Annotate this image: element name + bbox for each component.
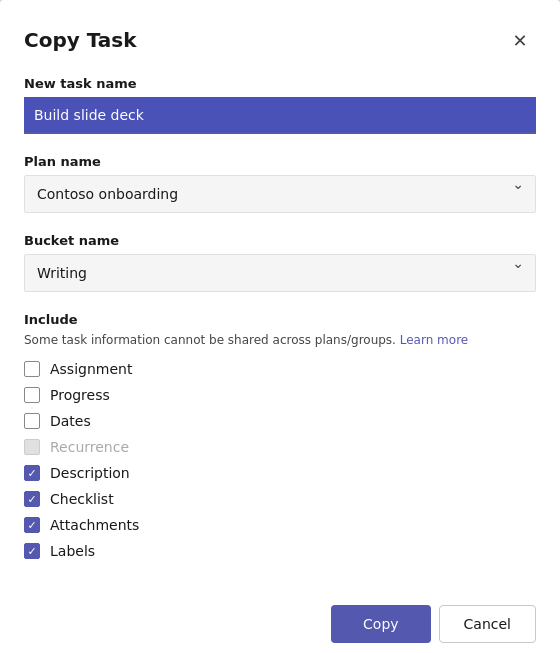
include-label: Include [24,312,536,327]
close-icon: ✕ [512,30,527,51]
recurrence-checkbox [24,439,40,455]
plan-name-select[interactable]: Contoso onboarding [24,175,536,213]
description-label: Description [50,465,130,481]
checkbox-item-checklist[interactable]: ✓Checklist [24,491,536,507]
new-task-name-field: New task name Build slide deck [24,76,536,134]
attachments-checkbox[interactable]: ✓ [24,517,40,533]
checkbox-item-progress[interactable]: Progress [24,387,536,403]
bucket-name-label: Bucket name [24,233,536,248]
plan-name-field: Plan name Contoso onboarding ⌄ [24,154,536,213]
learn-more-link[interactable]: Learn more [400,333,468,347]
checkbox-list: AssignmentProgressDatesRecurrence✓Descri… [24,361,536,559]
assignment-label: Assignment [50,361,132,377]
checkbox-item-assignment[interactable]: Assignment [24,361,536,377]
assignment-checkbox[interactable] [24,361,40,377]
labels-checkbox[interactable]: ✓ [24,543,40,559]
description-checkbox[interactable]: ✓ [24,465,40,481]
dialog-footer: Copy Cancel [24,589,536,643]
checkbox-item-labels[interactable]: ✓Labels [24,543,536,559]
copy-task-dialog: Copy Task ✕ New task name Build slide de… [0,0,560,653]
plan-name-label: Plan name [24,154,536,169]
checkbox-item-recurrence: Recurrence [24,439,536,455]
dialog-title: Copy Task [24,28,137,52]
checkbox-item-description[interactable]: ✓Description [24,465,536,481]
recurrence-label: Recurrence [50,439,129,455]
checkbox-item-dates[interactable]: Dates [24,413,536,429]
dialog-header: Copy Task ✕ [24,24,536,56]
bucket-name-select[interactable]: Writing [24,254,536,292]
bucket-name-field: Bucket name Writing ⌄ [24,233,536,292]
progress-label: Progress [50,387,110,403]
close-button[interactable]: ✕ [504,24,536,56]
new-task-name-value[interactable]: Build slide deck [34,107,144,123]
include-info: Some task information cannot be shared a… [24,331,536,349]
cancel-button[interactable]: Cancel [439,605,536,643]
dates-label: Dates [50,413,91,429]
new-task-name-label: New task name [24,76,536,91]
include-section: Include Some task information cannot be … [24,312,536,361]
checklist-checkbox[interactable]: ✓ [24,491,40,507]
attachments-label: Attachments [50,517,139,533]
labels-label: Labels [50,543,95,559]
checkbox-item-attachments[interactable]: ✓Attachments [24,517,536,533]
dates-checkbox[interactable] [24,413,40,429]
checklist-label: Checklist [50,491,114,507]
include-info-text: Some task information cannot be shared a… [24,333,396,347]
copy-button[interactable]: Copy [331,605,431,643]
progress-checkbox[interactable] [24,387,40,403]
